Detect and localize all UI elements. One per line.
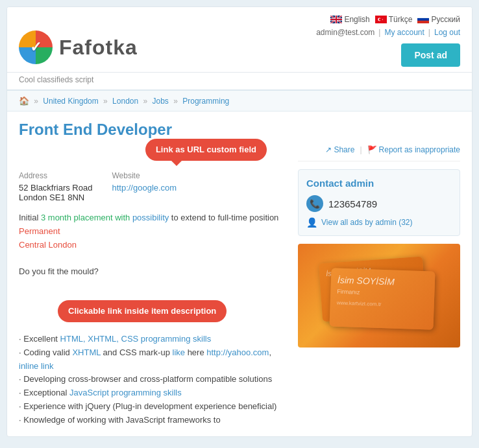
lang-russian-label: Русский — [431, 15, 460, 24]
two-col-layout: Link as URL custom field Address 52 Blac… — [19, 145, 460, 427]
bc-sep: » — [34, 97, 40, 106]
address-label: Address — [19, 171, 92, 180]
bc-uk[interactable]: United Kingdom — [43, 97, 98, 106]
svg-rect-5 — [417, 16, 429, 18]
view-ads-link[interactable]: 👤 View all ads by admin (32) — [306, 217, 452, 228]
share-label: Share — [334, 145, 354, 154]
phone-icon: 📞 — [306, 195, 323, 212]
share-icon: ↗ — [325, 145, 332, 154]
svg-point-3 — [378, 18, 381, 21]
lang-english[interactable]: English — [330, 15, 369, 24]
home-icon[interactable]: 🏠 — [19, 96, 29, 106]
logo-area: Fafotka — [19, 30, 138, 64]
action-bar: ↗ Share | 🚩 Report as inappropriate — [298, 145, 460, 161]
svg-rect-6 — [417, 18, 429, 21]
address-field: Address 52 Blackfriars Road London SE1 8… — [19, 171, 92, 202]
flag-icon: 🚩 — [367, 145, 377, 154]
address-value: 52 Blackfriars Road London SE1 8NN — [19, 183, 92, 202]
contact-box: Contact admin 📞 123654789 👤 View all ads… — [298, 169, 460, 236]
desc-skills4: · Exceptional JavaScript programming ski… — [19, 386, 286, 400]
card-front: İsim SOYİSİM Firmanız www.kartvizt.com.t… — [329, 268, 435, 330]
address-line1: 52 Blackfriars Road — [19, 183, 92, 193]
bc-jobs[interactable]: Jobs — [153, 97, 169, 106]
lang-turkish[interactable]: Türkçe — [375, 15, 413, 24]
left-column: Link as URL custom field Address 52 Blac… — [19, 145, 286, 427]
phone-number: 123654789 — [328, 198, 377, 209]
logout-link[interactable]: Log out — [434, 28, 460, 37]
lang-english-label: English — [344, 15, 369, 24]
logo-icon — [19, 30, 53, 64]
header-top: English Türkçe — [19, 15, 460, 24]
breadcrumb: 🏠 » United Kingdom » London » Jobs » Pro… — [7, 91, 472, 112]
flag-ru-icon — [417, 16, 429, 23]
header-middle: Fafotka admin@test.com | My account | Lo… — [19, 28, 460, 67]
my-account-link[interactable]: My account — [384, 28, 424, 37]
main-card: English Türkçe — [6, 6, 473, 437]
listing-title: Front End Developer — [19, 121, 460, 139]
share-link[interactable]: ↗ Share — [325, 145, 354, 154]
card-front-text: İsim SOYİSİM Firmanız www.kartvizt.com.t… — [330, 268, 435, 316]
action-sep: | — [360, 145, 362, 154]
user-email: admin@test.com — [316, 28, 375, 37]
clickable-bubble-wrapper: Clickable link inside item description — [19, 295, 286, 327]
website-value: http://google.com — [112, 183, 177, 193]
person-icon: 👤 — [306, 217, 317, 228]
xhtml-link[interactable]: XHTML — [72, 348, 101, 357]
website-field: Website http://google.com — [112, 171, 177, 202]
content-area: Front End Developer Link as URL custom f… — [7, 112, 472, 436]
description: Initial 3 month placement with possibili… — [19, 211, 286, 427]
fields-row: Address 52 Blackfriars Road London SE1 8… — [19, 171, 286, 202]
desc-skills5: · Experience with jQuery (Plug-in develo… — [19, 400, 286, 414]
bc-programming[interactable]: Programming — [182, 97, 229, 106]
bc-london[interactable]: London — [112, 97, 138, 106]
lang-turkish-label: Türkçe — [389, 15, 413, 24]
right-column: ↗ Share | 🚩 Report as inappropriate Cont… — [298, 145, 460, 427]
address-line2: London SE1 8NN — [19, 193, 84, 202]
clickable-link-bubble: Clickable link inside item description — [58, 300, 227, 322]
contact-title: Contact admin — [306, 178, 452, 189]
post-ad-button[interactable]: Post ad — [401, 43, 460, 67]
language-bar: English Türkçe — [330, 15, 460, 24]
report-label: Report as inappropriate — [379, 145, 460, 154]
view-ads-label: View all ads by admin (32) — [321, 218, 413, 227]
contact-phone: 📞 123654789 — [306, 195, 452, 212]
svg-rect-7 — [417, 21, 429, 23]
flag-uk-icon — [330, 16, 342, 23]
sep1: | — [378, 28, 380, 37]
report-link[interactable]: 🚩 Report as inappropriate — [367, 145, 460, 154]
page-wrapper: English Türkçe — [0, 0, 479, 443]
desc-skills3: · Developing cross-browser and cross-pla… — [19, 373, 286, 386]
inline-link[interactable]: inline link — [19, 361, 53, 371]
sep2: | — [428, 28, 430, 37]
header-right: admin@test.com | My account | Log out Po… — [316, 28, 460, 67]
website-label: Website — [112, 171, 177, 180]
desc-line3: Central London — [19, 239, 286, 252]
yahoo-link[interactable]: http://yahoo.com — [206, 348, 269, 357]
desc-line1: Initial 3 month placement with possibili… — [19, 211, 286, 225]
site-name: Fafotka — [59, 36, 138, 60]
desc-skills6: · Knowledge of working with JavaScript f… — [19, 414, 286, 427]
header: English Türkçe — [7, 7, 472, 73]
user-bar: admin@test.com | My account | Log out — [316, 28, 460, 37]
lang-russian[interactable]: Русский — [417, 15, 460, 24]
flag-tr-icon — [375, 16, 387, 23]
desc-skills1: · Excellent HTML, XHTML, CSS programming… — [19, 333, 286, 346]
website-link[interactable]: http://google.com — [112, 183, 177, 193]
listing-image: İsim SOYİSİM İsim SOYİSİM Firmanız www.k… — [298, 244, 460, 348]
tagline: Cool classifieds script — [7, 73, 472, 91]
desc-skills2: · Coding valid XHTML and CSS mark-up lik… — [19, 346, 286, 373]
desc-line4: Do you fit the mould? — [19, 265, 286, 279]
url-annotation-bubble: Link as URL custom field — [145, 139, 267, 161]
card-image-area: İsim SOYİSİM İsim SOYİSİM Firmanız www.k… — [314, 253, 444, 338]
desc-line2: Permanent — [19, 225, 286, 239]
